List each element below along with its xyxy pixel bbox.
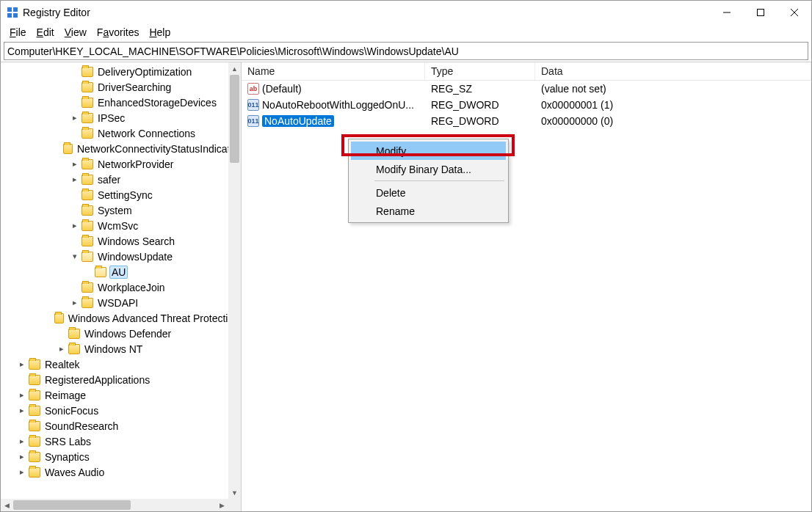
tree-item[interactable]: ▸SRS Labs xyxy=(1,434,241,449)
tree-item[interactable]: ▸Realtek xyxy=(1,356,241,372)
tree-item-label: DriverSearching xyxy=(96,81,173,93)
tree-item[interactable]: Windows Search xyxy=(1,233,241,249)
tree-item[interactable]: AU xyxy=(1,264,241,279)
tree-item[interactable]: WorkplaceJoin xyxy=(1,279,241,295)
tree-item[interactable]: ▸Synaptics xyxy=(1,449,241,464)
tree-item[interactable]: ▾WindowsUpdate xyxy=(1,249,241,264)
tree-item[interactable]: ▸Windows NT xyxy=(1,341,241,356)
tree-item[interactable]: EnhancedStorageDevices xyxy=(1,95,241,110)
tree-item[interactable]: ▸WSDAPI xyxy=(1,295,241,310)
menu-file[interactable]: File xyxy=(5,26,31,39)
folder-icon xyxy=(68,344,80,354)
tree-item[interactable]: DriverSearching xyxy=(1,79,241,95)
tree-item[interactable]: Windows Defender xyxy=(1,326,241,341)
folder-icon xyxy=(29,421,40,431)
tree-item[interactable]: ▸Waves Audio xyxy=(1,464,241,480)
chevron-right-icon[interactable]: ▸ xyxy=(70,298,80,308)
value-row[interactable]: 011NoAutoRebootWithLoggedOnU...REG_DWORD… xyxy=(242,97,811,113)
scroll-down-icon[interactable]: ▼ xyxy=(228,486,241,499)
scroll-corner xyxy=(228,499,241,511)
value-data: 0x00000001 (1) xyxy=(535,99,811,111)
scroll-right-icon[interactable]: ▶ xyxy=(216,499,228,511)
tree-item[interactable]: ▸safer xyxy=(1,172,241,187)
menu-favorites[interactable]: Favorites xyxy=(93,26,144,39)
tree-item[interactable]: Windows Advanced Threat Protection xyxy=(1,310,241,326)
tree-item[interactable]: Network Connections xyxy=(1,125,241,141)
chevron-right-icon[interactable]: ▸ xyxy=(70,113,80,123)
scroll-left-icon[interactable]: ◀ xyxy=(1,499,13,511)
tree-item-label: NetworkConnectivityStatusIndicator xyxy=(76,143,241,155)
app-icon xyxy=(7,7,18,18)
folder-icon xyxy=(29,406,40,416)
value-data: 0x00000000 (0) xyxy=(535,115,811,127)
chevron-right-icon[interactable]: ▸ xyxy=(57,344,67,354)
context-menu-modify-binary[interactable]: Modify Binary Data... xyxy=(351,160,506,178)
values-list[interactable]: ab(Default)REG_SZ(value not set)011NoAut… xyxy=(242,81,811,129)
value-name: NoAutoRebootWithLoggedOnU... xyxy=(262,99,414,111)
chevron-right-icon[interactable]: ▸ xyxy=(17,406,27,416)
column-data[interactable]: Data xyxy=(535,62,811,80)
menu-help[interactable]: Help xyxy=(145,26,175,39)
context-menu: Modify... Modify Binary Data... Delete R… xyxy=(348,139,509,223)
tree-item-label: Reimage xyxy=(43,390,87,401)
tree-item-label: RegisteredApplications xyxy=(43,374,151,386)
tree-item-label: SRS Labs xyxy=(43,436,93,447)
tree-item-label: SoundResearch xyxy=(43,420,120,432)
menu-view[interactable]: View xyxy=(60,26,91,39)
dword-value-icon: 011 xyxy=(247,99,259,111)
address-bar[interactable]: Computer\HKEY_LOCAL_MACHINE\SOFTWARE\Pol… xyxy=(4,42,808,60)
chevron-right-icon[interactable]: ▸ xyxy=(17,436,27,447)
tree-item-label: Windows Defender xyxy=(83,328,173,340)
value-row[interactable]: ab(Default)REG_SZ(value not set) xyxy=(242,81,811,97)
scroll-up-icon[interactable]: ▲ xyxy=(228,62,241,75)
svg-rect-1 xyxy=(13,7,18,12)
tree-item-label: WorkplaceJoin xyxy=(96,282,167,293)
chevron-right-icon[interactable]: ▸ xyxy=(70,221,80,231)
tree-item[interactable]: ▸SonicFocus xyxy=(1,403,241,418)
tree-item[interactable]: ▸NetworkProvider xyxy=(1,156,241,172)
tree-item[interactable]: SettingSync xyxy=(1,187,241,202)
tree-item[interactable]: NetworkConnectivityStatusIndicator xyxy=(1,141,241,156)
close-button[interactable] xyxy=(777,1,811,23)
chevron-right-icon[interactable]: ▸ xyxy=(17,452,27,462)
folder-icon xyxy=(81,205,93,216)
main-area: DeliveryOptimizationDriverSearchingEnhan… xyxy=(1,62,811,511)
tree-item[interactable]: ▸Reimage xyxy=(1,387,241,403)
chevron-right-icon[interactable]: ▸ xyxy=(17,390,27,401)
chevron-right-icon[interactable]: ▸ xyxy=(70,159,80,169)
tree-item[interactable]: RegisteredApplications xyxy=(1,372,241,387)
tree-item[interactable]: SoundResearch xyxy=(1,418,241,434)
tree-item-label: WSDAPI xyxy=(96,297,139,309)
folder-icon xyxy=(95,267,106,277)
value-type: REG_DWORD xyxy=(425,115,535,127)
tree-item-label: Realtek xyxy=(43,359,81,370)
folder-icon xyxy=(81,190,93,200)
folder-icon xyxy=(29,390,40,401)
context-menu-delete[interactable]: Delete xyxy=(351,183,506,202)
context-menu-modify[interactable]: Modify... xyxy=(351,142,506,160)
minimize-button[interactable] xyxy=(710,1,744,23)
menu-edit[interactable]: Edit xyxy=(32,26,59,39)
folder-icon xyxy=(68,329,80,339)
folder-icon xyxy=(29,452,40,462)
folder-icon xyxy=(81,252,93,262)
tree-item[interactable]: ▸IPSec xyxy=(1,110,241,125)
column-name[interactable]: Name xyxy=(242,62,425,80)
column-type[interactable]: Type xyxy=(425,62,535,80)
chevron-right-icon[interactable]: ▸ xyxy=(17,359,27,370)
context-menu-rename[interactable]: Rename xyxy=(351,202,506,220)
tree-vertical-scrollbar[interactable]: ▲ ▼ xyxy=(228,62,241,499)
tree-item[interactable]: DeliveryOptimization xyxy=(1,64,241,79)
chevron-right-icon[interactable]: ▸ xyxy=(17,467,27,478)
maximize-button[interactable] xyxy=(744,1,777,23)
chevron-down-icon[interactable]: ▾ xyxy=(70,252,80,262)
scroll-thumb[interactable] xyxy=(230,75,239,163)
value-row[interactable]: 011NoAutoUpdateREG_DWORD0x00000000 (0) xyxy=(242,113,811,129)
tree-horizontal-scrollbar[interactable]: ◀ ▶ xyxy=(1,499,228,511)
tree-item[interactable]: ▸WcmSvc xyxy=(1,218,241,233)
registry-tree[interactable]: DeliveryOptimizationDriverSearchingEnhan… xyxy=(1,62,241,480)
chevron-right-icon[interactable]: ▸ xyxy=(70,175,80,185)
tree-item[interactable]: System xyxy=(1,202,241,218)
folder-icon xyxy=(81,221,93,231)
scroll-thumb-h[interactable] xyxy=(13,500,131,510)
